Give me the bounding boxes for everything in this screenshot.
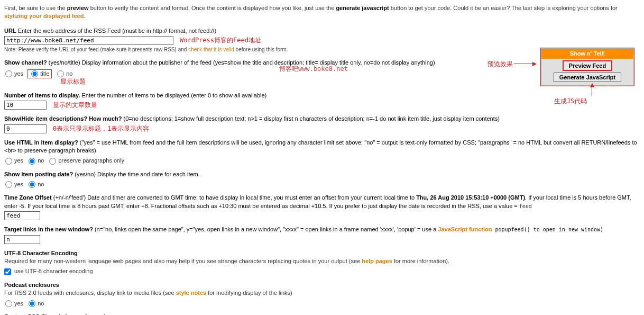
podcast-yes[interactable]: yes (4, 300, 23, 308)
url-annotation: WordPress博客的Feed地址 (180, 36, 261, 45)
arrow-up-icon (592, 84, 592, 96)
target-section: Target links in the new window? (n="no, … (4, 226, 640, 244)
desc-input[interactable] (4, 124, 47, 133)
target-input[interactable] (4, 235, 40, 244)
podcast-section: Podcast enclosures For RSS 2.0 feeds wit… (4, 281, 640, 308)
channel-title[interactable]: title (27, 69, 52, 78)
date-yes[interactable]: yes (4, 181, 23, 188)
panel-header: Show n' Tell! (541, 49, 633, 59)
html-no[interactable]: no (27, 157, 44, 165)
url-input[interactable] (4, 36, 173, 45)
date-section: Show item posting date? (yes/no) Display… (4, 170, 640, 189)
html-section: Use HTML in item display? ("yes" = use H… (4, 139, 640, 165)
show-n-tell-panel: Show n' Tell! Preview Feed Generate Java… (540, 48, 634, 86)
numitems-input[interactable] (4, 101, 47, 110)
desc-section: Show/Hide item descriptions? How much? (… (4, 115, 640, 133)
utf8-checkbox[interactable] (4, 268, 11, 275)
intro-text: First, be sure to use the preview button… (4, 4, 640, 21)
numitems-annotation: 显示的文章数量 (53, 101, 97, 110)
numitems-section: Number of items to display. Enter the nu… (4, 92, 640, 110)
channel-yes[interactable]: yes (4, 70, 23, 78)
html-yes[interactable]: yes (4, 157, 23, 165)
generate-annotation: 生成JS代码 (554, 97, 587, 106)
style-notes-link[interactable]: style notes (176, 290, 206, 296)
html-para[interactable]: preserve paragraphs only (48, 157, 124, 165)
preview-feed-button[interactable]: Preview Feed (563, 61, 612, 70)
arrow-icon (514, 64, 536, 64)
utf8-section: UTF-8 Character Encoding Required for ma… (4, 249, 640, 276)
date-no[interactable]: no (27, 181, 44, 188)
generate-js-button[interactable]: Generate JavaScript (554, 73, 621, 82)
utf8-checkbox-label: use UTF-8 character encoding (14, 267, 93, 275)
tz-section: Time Zone Offset (+n/-n/'feed') Date and… (4, 194, 640, 220)
watermark: 博客吧www.boke8.net (279, 65, 348, 74)
css-section: Custom CSS Class (advanced users) Use to… (4, 313, 640, 315)
js-function-link[interactable]: JavaScript function (438, 226, 492, 232)
stylize-link[interactable]: stylizing your displayed feed (4, 13, 84, 19)
preview-annotation: 预览效果 (487, 60, 513, 69)
tz-input[interactable] (4, 211, 40, 220)
help-pages-link[interactable]: help pages (362, 258, 392, 264)
validate-link[interactable]: check that it is valid (188, 47, 234, 52)
channel-no[interactable]: no (56, 70, 72, 78)
desc-annotation: 0表示只显示标题，1表示显示内容 (53, 124, 149, 133)
podcast-no[interactable]: no (27, 300, 44, 308)
